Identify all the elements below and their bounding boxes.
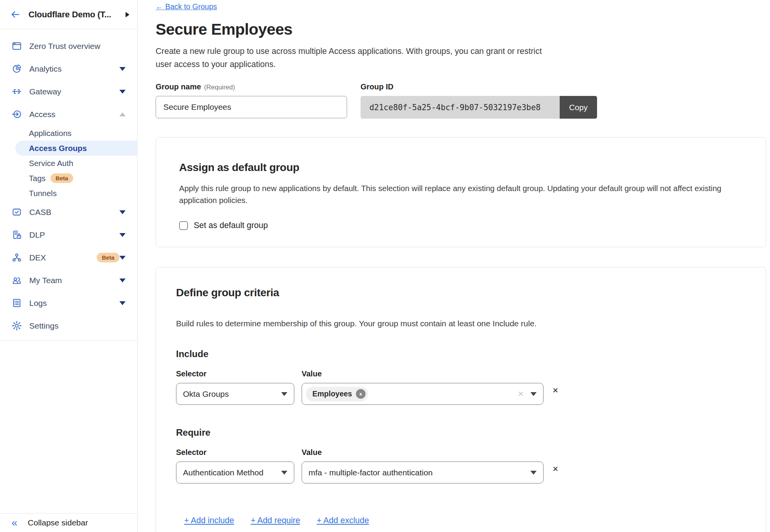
sidebar-item-tags[interactable]: Tags Beta [0, 171, 137, 186]
login-arrow-icon [12, 109, 22, 119]
add-exclude-link[interactable]: + Add exclude [317, 516, 369, 525]
back-to-groups-link[interactable]: ← Back to Groups [156, 2, 217, 11]
value-chip: Employees x [306, 387, 368, 401]
sidebar-item-label: Service Auth [29, 159, 73, 168]
account-switcher[interactable]: Cloudflare Demo (T... [0, 0, 137, 29]
sidebar-item-tunnels[interactable]: Tunnels [0, 186, 137, 201]
chevron-down-icon[interactable] [119, 301, 126, 305]
group-name-input[interactable] [156, 96, 347, 118]
chevron-down-icon [530, 392, 537, 396]
page-description: Create a new rule group to use across mu… [156, 45, 545, 71]
sidebar-nav: Zero Trust overview Analytics Gateway [0, 29, 137, 341]
casb-check-icon [12, 207, 22, 217]
sidebar-item-access[interactable]: Access [0, 103, 137, 126]
sidebar-item-label: Settings [29, 321, 126, 331]
group-id-label: Group ID [361, 82, 597, 91]
collapse-sidebar-button[interactable]: « Collapse sidebar [0, 513, 137, 532]
criteria-card: Define group criteria Build rules to det… [156, 267, 766, 532]
copy-button[interactable]: Copy [560, 96, 597, 119]
sidebar-item-applications[interactable]: Applications [0, 126, 137, 141]
criteria-card-body: Build rules to determine membership of t… [176, 317, 731, 329]
include-heading: Include [176, 349, 746, 359]
sidebar-item-label: Tags [29, 174, 45, 183]
require-selector-value: Authentication Method [183, 468, 281, 477]
include-rule-labels: Selector Value [176, 369, 746, 378]
sidebar-item-label: DLP [29, 230, 119, 240]
group-id-box: d21ce80f-5a25-4bcf-9b07-5032197e3be8 Cop… [361, 96, 597, 119]
sidebar-item-dex[interactable]: DEX Beta [0, 246, 137, 269]
chevron-down-icon[interactable] [119, 256, 126, 260]
require-heading: Require [176, 427, 746, 438]
include-selector-dropdown[interactable]: Okta Groups [176, 383, 294, 405]
chevron-right-icon[interactable] [126, 12, 129, 17]
gateway-icon [12, 86, 22, 97]
chevron-up-icon[interactable] [119, 112, 126, 116]
sidebar-item-casb[interactable]: CASB [0, 201, 137, 223]
chevron-down-icon [281, 392, 287, 396]
sidebar-item-analytics[interactable]: Analytics [0, 57, 137, 80]
account-name: Cloudflare Demo (T... [29, 10, 126, 20]
chevron-down-icon[interactable] [119, 210, 126, 214]
sidebar-item-label: Zero Trust overview [29, 42, 126, 51]
require-selector-dropdown[interactable]: Authentication Method [176, 462, 294, 483]
sidebar-item-settings[interactable]: Settings [0, 314, 137, 337]
remove-include-rule-button[interactable]: ✕ [552, 387, 559, 394]
add-require-link[interactable]: + Add require [251, 516, 300, 525]
selector-label: Selector [176, 369, 302, 378]
value-label: Value [302, 369, 322, 378]
group-name-label-text: Group name [156, 82, 201, 91]
gear-icon [12, 321, 22, 331]
value-label: Value [302, 448, 322, 457]
sidebar-item-service-auth[interactable]: Service Auth [0, 156, 137, 171]
chevron-down-icon[interactable] [119, 90, 126, 94]
require-rule-labels: Selector Value [176, 448, 746, 457]
sidebar-divider [0, 341, 137, 341]
selector-label: Selector [176, 448, 302, 457]
double-chevron-left-icon: « [12, 518, 17, 528]
window-icon [12, 41, 22, 51]
sidebar-item-label: Tunnels [29, 189, 57, 198]
criteria-card-title: Define group criteria [176, 287, 746, 299]
sidebar-item-label: My Team [29, 276, 119, 285]
chevron-down-icon[interactable] [119, 233, 126, 237]
sidebar-item-dlp[interactable]: DLP [0, 223, 137, 246]
list-document-icon [12, 298, 22, 308]
add-include-link[interactable]: + Add include [184, 516, 234, 525]
sidebar-item-zero-trust-overview[interactable]: Zero Trust overview [0, 35, 137, 57]
require-value-dropdown[interactable]: mfa - multiple-factor authentication [302, 462, 544, 483]
sidebar-item-label: Access Groups [29, 144, 87, 153]
team-icon [12, 275, 22, 285]
required-hint: (Required) [204, 84, 235, 91]
chevron-down-icon[interactable] [119, 67, 126, 71]
sidebar-item-logs[interactable]: Logs [0, 292, 137, 314]
sidebar: Cloudflare Demo (T... Zero Trust overvie… [0, 0, 138, 532]
sidebar-item-label: Logs [29, 299, 119, 308]
chip-remove-icon[interactable]: x [356, 389, 366, 399]
chevron-down-icon[interactable] [119, 279, 126, 282]
set-default-checkbox-label: Set as default group [194, 221, 268, 230]
set-default-checkbox[interactable] [179, 221, 188, 230]
sidebar-item-access-groups[interactable]: Access Groups [15, 141, 137, 156]
clear-values-icon[interactable]: ✕ [518, 389, 524, 398]
default-group-card: Assign as default group Apply this rule … [156, 137, 766, 247]
group-name-label: Group name(Required) [156, 82, 347, 91]
back-arrow-icon[interactable] [10, 9, 20, 20]
include-value-multiselect[interactable]: Employees x ✕ [302, 383, 544, 405]
page-title: Secure Employees [156, 20, 770, 39]
beta-badge: Beta [97, 253, 119, 262]
include-rule-row: Okta Groups Employees x ✕ ✕ [176, 383, 746, 405]
sidebar-item-gateway[interactable]: Gateway [0, 80, 137, 103]
sidebar-item-label: Access [29, 110, 119, 119]
pie-chart-icon [12, 64, 22, 74]
group-form-row: Group name(Required) Group ID d21ce80f-5… [156, 82, 770, 119]
collapse-sidebar-label: Collapse sidebar [28, 518, 88, 527]
beta-badge: Beta [50, 173, 73, 183]
group-name-field: Group name(Required) [156, 82, 347, 119]
sidebar-item-my-team[interactable]: My Team [0, 269, 137, 292]
sidebar-item-label: Applications [29, 129, 72, 138]
default-group-card-body: Apply this rule group to new application… [179, 182, 734, 206]
remove-require-rule-button[interactable]: ✕ [552, 465, 559, 473]
sidebar-item-label: Gateway [29, 87, 119, 96]
main-content: ← Back to Groups Secure Employees Create… [138, 0, 770, 532]
sidebar-item-label: Analytics [29, 64, 119, 74]
